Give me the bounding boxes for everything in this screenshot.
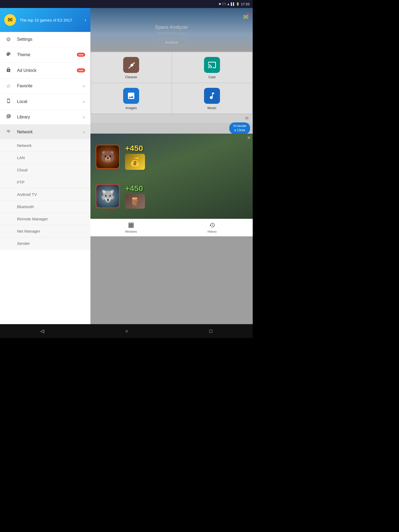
windows-nav-label: Windows [125, 230, 137, 233]
theme-icon [5, 51, 12, 58]
windows-nav-icon [128, 222, 134, 229]
music-icon [204, 88, 220, 104]
subitem-remote-manager[interactable]: Remote Manager [0, 213, 90, 225]
subitem-ftp[interactable]: FTP [0, 176, 90, 188]
history-nav-label: History [207, 230, 217, 233]
bottom-nav-windows[interactable]: Windows [118, 221, 144, 235]
subitem-bluetooth[interactable]: Bluetooth [0, 201, 90, 213]
battery-icon: 🔋 [236, 2, 240, 6]
signal-icon: ▌▌ [231, 2, 235, 6]
wolf-character: 🐺 [96, 184, 120, 208]
plus450-2: +450 [125, 184, 143, 193]
game-advertisement: ✕ 🐻 +450 💰 🐺 +450 [90, 134, 253, 219]
space-analyzer-section: ✉ Space Analyzer more files to clean Ana… [90, 8, 253, 52]
back-button[interactable]: ◁ [32, 326, 52, 336]
chest-icon: 💰 [125, 154, 145, 170]
library-icon [5, 114, 12, 120]
network-label: Network [17, 130, 77, 134]
theme-label: Theme [17, 52, 70, 57]
navigation-drawer: ✉ The top 10 games of E3 2017 › ⚙ Settin… [0, 8, 90, 324]
sidebar-item-network[interactable]: Network ∧ [0, 125, 90, 139]
status-icons: ✱ 📳 ▲ ▌▌ 🔋 17:33 [219, 2, 250, 6]
install-button[interactable]: Установка 13сек [229, 122, 250, 134]
logs-icon: 🪵 [125, 194, 145, 209]
local-icon [5, 98, 12, 105]
drawer-header[interactable]: ✉ The top 10 games of E3 2017 › [0, 8, 90, 32]
home-button[interactable]: ○ [117, 326, 136, 336]
status-bar: ✱ 📳 ▲ ▌▌ 🔋 17:33 [0, 0, 253, 8]
local-label: Local [17, 99, 77, 104]
notification-dot [247, 13, 249, 15]
app-cell-cast[interactable]: Cast [172, 52, 252, 83]
drawer-items-list: ⚙ Settings Theme new [0, 32, 90, 324]
images-label: Images [126, 106, 137, 110]
cleaner-icon [123, 57, 139, 73]
recent-button[interactable]: □ [201, 326, 220, 336]
bottom-nav: Windows History [90, 219, 253, 236]
history-nav-icon [209, 222, 215, 229]
vibrate-icon: 📳 [222, 2, 226, 6]
wifi-icon: ▲ [227, 2, 230, 6]
cast-label: Cast [208, 75, 215, 79]
bottom-nav-history[interactable]: History [199, 221, 226, 235]
cast-icon [204, 57, 220, 73]
favorite-label: Favorite [17, 84, 77, 88]
favorite-chevron-icon: ∨ [82, 84, 85, 88]
network-subitems: Network LAN Cloud FTP Android TV Bluetoo… [0, 139, 90, 250]
subitem-net-manager[interactable]: Net Manager [0, 225, 90, 237]
drawer-header-icon: ✉ [4, 14, 16, 26]
sidebar-item-library[interactable]: Library ∨ [0, 110, 90, 125]
app-grid: Cleaner Cast [90, 52, 253, 114]
app-cell-music[interactable]: Music [172, 83, 252, 114]
ad-close-icon[interactable]: ✕ [247, 135, 251, 140]
bluetooth-icon: ✱ [219, 2, 221, 6]
favorite-icon: ☆ [5, 83, 12, 89]
app-cell-images[interactable]: Images [91, 83, 172, 114]
analyze-button[interactable]: Analyze [157, 38, 186, 46]
theme-new-badge: new [77, 53, 85, 57]
subitem-android-tv[interactable]: Android TV [0, 188, 90, 201]
subitem-cloud[interactable]: Cloud [0, 164, 90, 176]
content-area: ✉ Space Analyzer more files to clean Ana… [90, 8, 253, 324]
plus450-1: +450 [125, 144, 143, 153]
cleaner-label: Cleaner [125, 75, 137, 79]
ad-unlock-new-badge: new [77, 68, 85, 72]
images-icon [123, 88, 139, 104]
settings-icon: ⚙ [5, 36, 12, 43]
network-icon [5, 129, 12, 135]
status-time: 17:33 [241, 2, 250, 6]
subitem-network[interactable]: Network [0, 139, 90, 152]
game-ad-content: 🐻 +450 💰 🐺 +450 🪵 [90, 134, 253, 219]
game-row-1: 🐻 +450 💰 [96, 144, 247, 170]
subitem-sender[interactable]: Sender [0, 237, 90, 250]
music-label: Music [207, 106, 217, 110]
subitem-lan[interactable]: LAN [0, 152, 90, 164]
app-screen: ✱ 📳 ▲ ▌▌ 🔋 17:33 ✉ The top 10 games of E… [0, 0, 253, 338]
app-cell-cleaner[interactable]: Cleaner [91, 52, 172, 83]
game-row-2: 🐺 +450 🪵 [96, 184, 247, 209]
settings-label: Settings [17, 37, 85, 42]
space-analyzer-title: Space Analyzer [155, 24, 188, 30]
drawer-header-arrow: › [85, 17, 86, 23]
network-chevron-icon: ∧ [82, 130, 85, 134]
sidebar-item-local[interactable]: Local ∨ [0, 94, 90, 110]
eye-toggle-icon[interactable]: 👁 [245, 116, 250, 121]
library-label: Library [17, 115, 77, 119]
content-right: ✉ Space Analyzer more files to clean Ana… [90, 8, 253, 236]
space-analyzer-subtitle: more files to clean [157, 31, 186, 35]
ad-unlock-label: Ad Unlock [17, 68, 70, 73]
local-chevron-icon: ∨ [82, 100, 85, 104]
sidebar-item-favorite[interactable]: ☆ Favorite ∨ [0, 79, 90, 94]
sidebar-item-ad-unlock[interactable]: Ad Unlock new [0, 63, 90, 79]
drawer-header-title: The top 10 games of E3 2017 [20, 18, 81, 22]
sidebar-item-settings[interactable]: ⚙ Settings [0, 32, 90, 47]
sidebar-item-theme[interactable]: Theme new [0, 47, 90, 63]
library-chevron-icon: ∨ [82, 115, 85, 119]
ad-unlock-icon [5, 67, 12, 74]
main-layout: ✉ The top 10 games of E3 2017 › ⚙ Settin… [0, 8, 253, 324]
bear-character: 🐻 [96, 145, 120, 169]
system-nav-bar: ◁ ○ □ [0, 324, 253, 338]
